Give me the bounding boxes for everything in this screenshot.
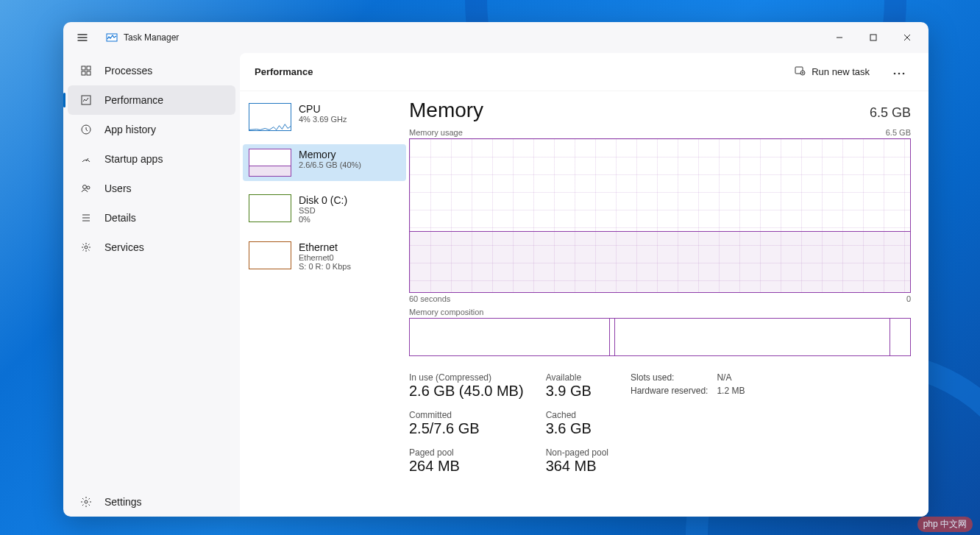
gear-icon [79,241,93,254]
history-icon [79,123,93,136]
close-button[interactable] [890,26,924,49]
sidebar-item-startup-apps[interactable]: Startup apps [68,144,235,174]
disk-tile-sub2: 0% [299,215,347,224]
sidebar-item-label: Performance [104,94,163,106]
sidebar-item-performance[interactable]: Performance [68,85,235,115]
svg-rect-5 [87,71,90,75]
svg-point-8 [83,185,87,189]
axis-right: 0 [906,294,911,303]
perf-tile-memory[interactable]: Memory 2.6/6.5 GB (40%) [243,144,406,181]
usage-label-right: 6.5 GB [886,128,911,137]
app-title: Task Manager [124,32,179,43]
sidebar-item-label: Settings [104,496,142,508]
stat-slots-label: Slots used: [631,372,708,383]
minimize-button[interactable] [823,26,856,49]
memory-stats: In use (Compressed) 2.6 GB (45.0 MB) Com… [409,372,911,475]
run-new-task-button[interactable]: Run new task [785,60,878,85]
stat-in-use-label: In use (Compressed) [409,372,524,383]
sidebar-item-label: Services [104,241,144,253]
disk-thumbnail [249,194,291,222]
list-icon [79,211,93,224]
sidebar-item-details[interactable]: Details [68,203,235,233]
svg-rect-4 [82,71,85,75]
memory-usage-chart[interactable] [409,138,911,293]
svg-rect-1 [870,35,876,40]
more-options-button[interactable] [884,60,914,85]
composition-label: Memory composition [409,308,483,316]
sidebar-item-settings[interactable]: Settings [68,487,235,517]
sidebar-item-label: Details [104,212,136,224]
toolbar: Performance Run new task [240,53,928,91]
eth-tile-sub2: S: 0 R: 0 Kbps [299,262,351,271]
sidebar: Processes Performance App history Startu… [63,53,240,517]
cpu-tile-title: CPU [299,103,347,115]
run-new-task-label: Run new task [812,66,870,77]
stat-paged-value: 264 MB [409,458,524,475]
ethernet-thumbnail [249,241,291,269]
sidebar-item-app-history[interactable]: App history [68,115,235,144]
svg-point-11 [85,500,88,503]
stat-hw-label: Hardware reserved: [631,386,708,396]
app-icon [106,32,118,43]
stat-committed-value: 2.5/7.6 GB [409,420,524,437]
axis-left: 60 seconds [409,294,450,303]
eth-tile-title: Ethernet [299,241,351,253]
main-panel: Performance Run new task [240,53,928,517]
grid-icon [79,64,93,77]
gauge-icon [79,152,93,166]
detail-capacity: 6.5 GB [870,105,911,121]
cpu-tile-sub: 4% 3.69 GHz [299,115,347,124]
memory-tile-title: Memory [299,149,361,160]
stat-in-use-value: 2.6 GB (45.0 MB) [409,383,524,400]
run-task-icon [794,65,806,79]
stat-committed-label: Committed [409,410,524,420]
perf-tile-cpu[interactable]: CPU 4% 3.69 GHz [243,99,406,135]
sidebar-item-label: Processes [104,65,152,77]
page-title: Performance [255,66,313,77]
eth-tile-sub1: Ethernet0 [299,253,351,262]
usage-label-left: Memory usage [409,128,463,137]
sidebar-item-processes[interactable]: Processes [68,56,235,85]
sidebar-item-services[interactable]: Services [68,233,235,262]
memory-composition-chart[interactable] [409,318,911,356]
stat-hw-value: 1.2 MB [717,386,745,396]
svg-rect-3 [87,66,90,70]
memory-detail-panel: Memory 6.5 GB Memory usage 6.5 GB 60 sec… [409,91,928,517]
disk-tile-sub1: SSD [299,206,347,215]
sidebar-item-label: Users [104,183,132,194]
performance-tile-list: CPU 4% 3.69 GHz Memory 2.6/6.5 GB (40%) [240,91,409,517]
detail-title: Memory [409,99,483,122]
watermark: php 中文网 [917,517,973,532]
sidebar-item-users[interactable]: Users [68,174,235,203]
maximize-button[interactable] [856,26,890,49]
stat-available-value: 3.9 GB [546,383,608,400]
task-manager-window: Task Manager Processes Performance App h… [63,22,928,517]
svg-rect-2 [82,66,85,70]
more-icon [893,66,905,77]
stat-nonpaged-label: Non-paged pool [546,447,608,458]
stat-nonpaged-value: 364 MB [546,458,608,475]
stat-cached-label: Cached [546,410,608,420]
disk-tile-title: Disk 0 (C:) [299,194,347,206]
sidebar-item-label: Startup apps [104,153,163,165]
stat-cached-value: 3.6 GB [546,420,608,437]
titlebar: Task Manager [63,22,928,53]
svg-point-14 [894,73,896,75]
stat-slots-value: N/A [717,372,745,383]
svg-point-15 [898,73,901,75]
settings-icon [79,495,93,509]
svg-point-9 [87,186,90,189]
hamburger-menu-button[interactable] [68,23,97,52]
svg-rect-6 [82,96,90,104]
memory-thumbnail [249,149,291,177]
svg-point-10 [85,246,88,249]
svg-point-16 [903,73,905,75]
performance-icon [79,93,93,107]
stat-available-label: Available [546,372,608,383]
perf-tile-ethernet[interactable]: Ethernet Ethernet0 S: 0 R: 0 Kbps [243,237,406,275]
sidebar-item-label: App history [104,124,156,135]
perf-tile-disk[interactable]: Disk 0 (C:) SSD 0% [243,190,406,228]
cpu-thumbnail [249,103,291,131]
users-icon [79,182,93,195]
memory-tile-sub: 2.6/6.5 GB (40%) [299,160,361,169]
